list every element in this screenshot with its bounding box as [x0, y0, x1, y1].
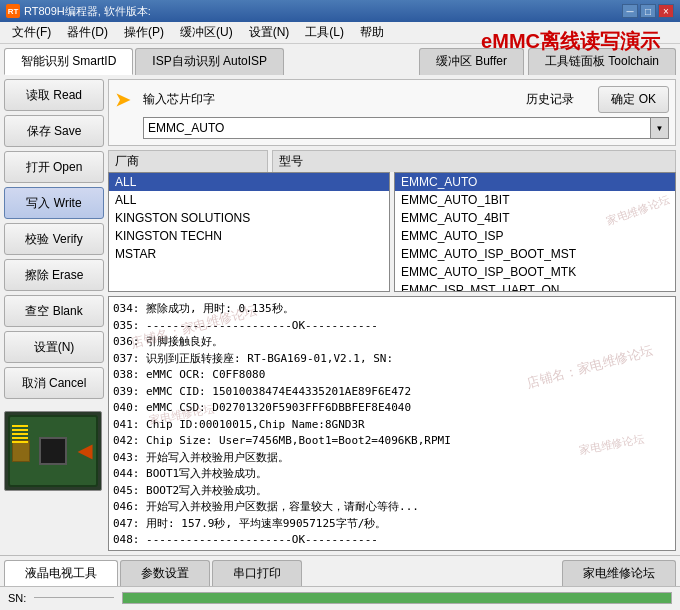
pcb-image: ◀	[4, 411, 102, 491]
verify-button[interactable]: 校验 Verify	[4, 223, 104, 255]
vendor-item-1[interactable]: ALL	[109, 191, 389, 209]
model-item-6[interactable]: EMMC_ISP_MST_UART_ON	[395, 281, 675, 292]
close-button[interactable]: ×	[658, 4, 674, 18]
menu-operation[interactable]: 操作(P)	[116, 22, 172, 43]
chip-dropdown[interactable]: EMMC_AUTO ▼	[143, 117, 669, 139]
vm-headers: 厂商 型号	[108, 150, 676, 172]
status-bar: SN:	[0, 586, 680, 608]
right-panel: ➤ 输入芯片印字 历史记录 确定 OK EMMC_AUTO ▼ 厂商 型号	[108, 79, 676, 551]
sn-value	[34, 597, 114, 598]
vendor-item-0[interactable]: ALL	[109, 173, 389, 191]
chip-label: 输入芯片印字	[143, 91, 215, 108]
model-item-3[interactable]: EMMC_AUTO_ISP	[395, 227, 675, 245]
main-content: 读取 Read 保存 Save 打开 Open 写入 Write 校验 Veri…	[0, 75, 680, 555]
write-button[interactable]: 写入 Write	[4, 187, 104, 219]
log-line-4: 038: eMMC OCR: C0FF8080	[113, 367, 671, 384]
vendor-item-4[interactable]: MSTAR	[109, 245, 389, 263]
red-title-overlay: eMMC离线读写演示	[481, 28, 660, 55]
menu-help[interactable]: 帮助	[352, 22, 392, 43]
menu-buffer[interactable]: 缓冲区(U)	[172, 22, 241, 43]
bottom-tab-2[interactable]: 串口打印	[212, 560, 302, 586]
model-list[interactable]: EMMC_AUTO EMMC_AUTO_1BIT EMMC_AUTO_4BIT …	[394, 172, 676, 292]
cancel-button[interactable]: 取消 Cancel	[4, 367, 104, 399]
log-line-13: 047: 用时: 157.9秒, 平均速率99057125字节/秒。	[113, 516, 671, 533]
log-line-7: 041: Chip ID:00010015,Chip Name:8GND3R	[113, 417, 671, 434]
sn-label: SN:	[8, 592, 26, 604]
log-line-3: 037: 识别到正版转接座: RT-BGA169-01,V2.1, SN:	[113, 351, 671, 368]
model-item-5[interactable]: EMMC_AUTO_ISP_BOOT_MTK	[395, 263, 675, 281]
log-line-12: 046: 开始写入并校验用户区数据，容量较大，请耐心等待...	[113, 499, 671, 516]
log-area: 店铺名：家电维修论坛 店铺名：家电维修论坛 家电维修论坛 家电维修论坛 034:…	[108, 296, 676, 551]
bottom-tab-0[interactable]: 液晶电视工具	[4, 560, 118, 586]
window-controls: ─ □ ×	[622, 4, 674, 18]
chip-value-row: EMMC_AUTO ▼	[115, 117, 669, 139]
bottom-tab-1[interactable]: 参数设置	[120, 560, 210, 586]
menu-settings[interactable]: 设置(N)	[241, 22, 298, 43]
log-line-2: 036: 引脚接触良好。	[113, 334, 671, 351]
log-line-5: 039: eMMC CID: 15010038474E44335201AE89F…	[113, 384, 671, 401]
model-item-2[interactable]: EMMC_AUTO_4BIT	[395, 209, 675, 227]
read-button[interactable]: 读取 Read	[4, 79, 104, 111]
save-button[interactable]: 保存 Save	[4, 115, 104, 147]
log-line-9: 043: 开始写入并校验用户区数据。	[113, 450, 671, 467]
model-header: 型号	[272, 150, 676, 172]
log-line-6: 040: eMMC CSD: D02701320F5903FFF6DBBFEF8…	[113, 400, 671, 417]
pcb-board: ◀	[8, 415, 98, 487]
log-line-10: 044: BOOT1写入并校验成功。	[113, 466, 671, 483]
history-label: 历史记录	[526, 91, 574, 108]
menu-device[interactable]: 器件(D)	[59, 22, 116, 43]
vendor-header: 厂商	[108, 150, 268, 172]
vm-lists: ALL ALL KINGSTON SOLUTIONS KINGSTON TECH…	[108, 172, 676, 292]
confirm-button[interactable]: 确定 OK	[598, 86, 669, 113]
pcb-arrow-icon: ◀	[78, 440, 92, 462]
model-item-0[interactable]: EMMC_AUTO	[395, 173, 675, 191]
model-item-4[interactable]: EMMC_AUTO_ISP_BOOT_MST	[395, 245, 675, 263]
erase-button[interactable]: 擦除 Erase	[4, 259, 104, 291]
dropdown-arrow-icon[interactable]: ▼	[651, 117, 669, 139]
title-bar: RT RT809H编程器, 软件版本: ─ □ ×	[0, 0, 680, 22]
log-line-1: 035: ----------------------OK-----------	[113, 318, 671, 335]
title-text: RT809H编程器, 软件版本:	[24, 4, 622, 19]
app-icon: RT	[6, 4, 20, 18]
chip-input-area: ➤ 输入芯片印字 历史记录 确定 OK EMMC_AUTO ▼	[108, 79, 676, 146]
log-line-11: 045: BOOT2写入并校验成功。	[113, 483, 671, 500]
log-line-14: 048: ----------------------OK-----------	[113, 532, 671, 549]
bottom-tab-3[interactable]: 家电维修论坛	[562, 560, 676, 586]
bottom-tabs: 液晶电视工具 参数设置 串口打印 家电维修论坛	[0, 555, 680, 586]
open-button[interactable]: 打开 Open	[4, 151, 104, 183]
progress-bar	[122, 592, 672, 604]
log-line-8: 042: Chip Size: User=7456MB,Boot1=Boot2=…	[113, 433, 671, 450]
menu-file[interactable]: 文件(F)	[4, 22, 59, 43]
menu-tools[interactable]: 工具(L)	[297, 22, 352, 43]
arrow-indicator-icon: ➤	[115, 89, 135, 111]
vendor-item-2[interactable]: KINGSTON SOLUTIONS	[109, 209, 389, 227]
maximize-button[interactable]: □	[640, 4, 656, 18]
tab-smartid[interactable]: 智能识别 SmartID	[4, 48, 133, 75]
progress-fill	[123, 593, 671, 603]
chip-value-field: EMMC_AUTO	[143, 117, 651, 139]
vendor-model-section: 厂商 型号 ALL ALL KINGSTON SOLUTIONS KINGSTO…	[108, 150, 676, 292]
minimize-button[interactable]: ─	[622, 4, 638, 18]
tab-autoisp[interactable]: ISP自动识别 AutoISP	[135, 48, 284, 75]
pcb-chip	[39, 437, 67, 465]
settings-button[interactable]: 设置(N)	[4, 331, 104, 363]
pcb-connector	[12, 440, 30, 462]
vendor-list[interactable]: ALL ALL KINGSTON SOLUTIONS KINGSTON TECH…	[108, 172, 390, 292]
blank-button[interactable]: 查空 Blank	[4, 295, 104, 327]
log-line-0: 034: 擦除成功, 用时: 0.135秒。	[113, 301, 671, 318]
chip-label-row: ➤ 输入芯片印字 历史记录 确定 OK	[115, 86, 669, 113]
vendor-item-3[interactable]: KINGSTON TECHN	[109, 227, 389, 245]
left-sidebar: 读取 Read 保存 Save 打开 Open 写入 Write 校验 Veri…	[4, 79, 104, 551]
model-item-1[interactable]: EMMC_AUTO_1BIT	[395, 191, 675, 209]
